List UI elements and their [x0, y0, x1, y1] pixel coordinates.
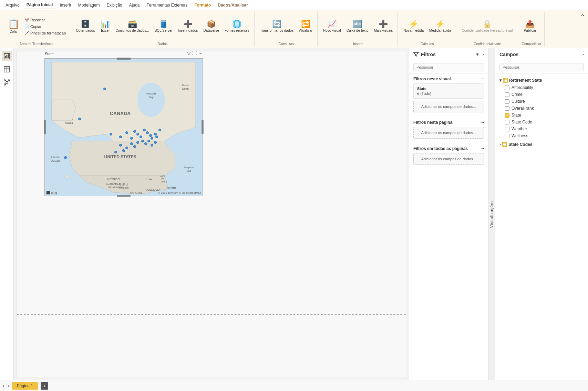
map-svg: Gulf of Mexico Pacific Ocean Hudson Bay … — [45, 59, 203, 196]
campo-culture[interactable]: Culture — [495, 98, 588, 105]
culture-checkbox[interactable] — [505, 99, 509, 104]
campo-state[interactable]: State — [495, 112, 588, 119]
resize-handle-right[interactable] — [202, 120, 204, 134]
affordability-checkbox[interactable] — [505, 86, 509, 90]
filtros-search-input[interactable] — [413, 63, 484, 71]
menu-inserir[interactable]: Inserir — [57, 1, 74, 9]
campo-affordability[interactable]: Affordability — [495, 84, 588, 91]
campos-group-state-codes-header[interactable]: › State Codes — [495, 141, 588, 148]
page-next-btn[interactable]: › — [7, 383, 9, 389]
btn-transformar[interactable]: 🔄 Transformar os dados — [258, 19, 296, 34]
filter-state-card[interactable]: State é (Tudo) — [413, 83, 484, 99]
campos-group-retirement: ▾ Retirement Stats Affordability — [495, 77, 588, 139]
svg-line-13 — [8, 81, 8, 82]
btn-novo-visual[interactable]: 📈 Novo visual — [321, 19, 343, 34]
campos-search-input[interactable] — [499, 63, 584, 71]
campo-wellness[interactable]: Wellness — [495, 132, 588, 139]
resize-handle-left[interactable] — [44, 120, 46, 134]
btn-conjuntos[interactable]: 🗃️ Conjuntos de dados... — [113, 19, 151, 34]
state-code-checkbox[interactable] — [505, 120, 509, 124]
filtros-visual-more[interactable]: ··· — [481, 77, 484, 81]
btn-colar[interactable]: 📋 Colar — [6, 18, 22, 35]
ribbon-collapse-btn[interactable]: ⌃ — [580, 13, 585, 21]
filtros-header-icons: 👁 › — [476, 52, 484, 57]
filter-hide-icon[interactable]: 👁 — [476, 52, 480, 57]
btn-mais-visuais[interactable]: ➕ Mais visuais — [372, 19, 395, 34]
svg-rect-42 — [503, 78, 507, 82]
svg-rect-4 — [4, 67, 10, 72]
report-view-icon[interactable] — [2, 51, 12, 61]
svg-text:UNITED STATES: UNITED STATES — [104, 154, 136, 159]
add-todas-filter-btn[interactable]: Adicionar os campos de dados... — [413, 153, 484, 165]
table-icon-2 — [502, 142, 507, 147]
campos-expand-icon[interactable]: › — [582, 52, 584, 57]
filtros-todas-more[interactable]: ··· — [481, 146, 484, 151]
model-view-icon[interactable] — [2, 77, 12, 88]
menu-formato[interactable]: Formato — [192, 1, 214, 9]
campo-state-code[interactable]: State Code — [495, 119, 588, 126]
svg-text:(U.S.): (U.S.) — [161, 181, 167, 183]
chevron-right-icon: › — [499, 142, 501, 147]
resize-handle-top[interactable] — [117, 58, 131, 60]
filter-toolbar-icon[interactable]: ▽ — [187, 51, 191, 56]
campos-content: ▾ Retirement Stats Affordability — [495, 74, 588, 380]
filter-chevron-icon[interactable]: › — [483, 52, 484, 57]
menu-ajuda[interactable]: Ajuda — [126, 1, 143, 9]
menu-pagina-inicial[interactable]: Página Inicial — [24, 1, 56, 9]
table-view-icon[interactable] — [2, 64, 12, 74]
focus-toolbar-icon[interactable]: ⛶ — [192, 51, 197, 56]
visualizacoes-tab[interactable]: Visualizações — [488, 48, 495, 380]
btn-sql[interactable]: 🛢️ SQL Server — [153, 19, 175, 34]
btn-dataverse[interactable]: 📦 Dataverse — [201, 19, 221, 34]
page-prev-btn[interactable]: ‹ — [3, 383, 4, 389]
btn-obter-dados[interactable]: 🗄️ Obter dados — [74, 19, 97, 34]
btn-publicar[interactable]: 📤 Publicar — [522, 19, 538, 34]
btn-fontes-recentes[interactable]: 🌐 Fontes recentes — [223, 19, 251, 34]
btn-atualizar[interactable]: 🔁 Atualizar — [297, 19, 314, 34]
btn-pincel[interactable]: 🖌️ Pincel de formatação — [23, 30, 67, 36]
svg-text:Ocean: Ocean — [51, 159, 60, 162]
page-tab-1[interactable]: Página 1 — [12, 382, 38, 390]
btn-caixa-texto[interactable]: 🔤 Caixa de texto — [344, 19, 371, 34]
campo-overall-rank[interactable]: Overall rank — [495, 105, 588, 112]
menu-exibicao[interactable]: Exibição — [104, 1, 125, 9]
crime-checkbox[interactable] — [505, 92, 509, 97]
campos-group-retirement-header[interactable]: ▾ Retirement Stats — [495, 77, 588, 84]
btn-nova-medida[interactable]: ⚡ Nova medida — [401, 19, 426, 34]
campos-panel: Campos › ▾ Ret — [495, 48, 588, 380]
menu-dados-analisar[interactable]: Dados/Analisar — [215, 1, 250, 9]
filtros-pagina-more[interactable]: ··· — [481, 120, 484, 125]
clipboard-label: Área de Transferência — [6, 41, 67, 47]
state-checkbox[interactable] — [505, 113, 509, 118]
resize-handle-bottom[interactable] — [117, 195, 131, 197]
map-visual[interactable]: State ▽ ⛶ ··· — [44, 58, 203, 196]
more-toolbar-icon[interactable]: ··· — [198, 51, 203, 56]
campo-weather[interactable]: Weather — [495, 126, 588, 132]
svg-text:Hudson: Hudson — [146, 92, 156, 95]
btn-confidencialidade[interactable]: 🔒 Confidencialidade (versão prévia) — [460, 19, 515, 34]
campo-crime[interactable]: Crime — [495, 91, 588, 98]
menu-modelagem[interactable]: Modelagem — [75, 1, 103, 9]
add-page-btn[interactable]: + — [41, 382, 48, 390]
canvas-area[interactable]: State ▽ ⛶ ··· — [17, 51, 406, 377]
dados-label: Dados — [74, 41, 251, 47]
svg-rect-3 — [8, 54, 9, 58]
svg-text:Gulf of: Gulf of — [119, 183, 128, 186]
wellness-checkbox[interactable] — [505, 134, 509, 138]
menu-arquivo[interactable]: Arquivo — [3, 1, 22, 9]
add-pagina-filter-btn[interactable]: Adicionar os campos de dados... — [413, 127, 484, 139]
weather-checkbox[interactable] — [505, 127, 509, 131]
btn-recortar[interactable]: ✂️ Recortar — [23, 17, 67, 23]
filtros-header: Filtros 👁 › — [409, 48, 488, 61]
campos-header: Campos › — [495, 48, 588, 61]
svg-text:Bay: Bay — [149, 96, 154, 99]
btn-inserir-dados[interactable]: ➕ Inserir dados — [176, 19, 200, 34]
add-visual-filter-btn[interactable]: Adicionar os campos de dados... — [413, 101, 484, 112]
btn-copiar[interactable]: 📄 Copiar — [23, 24, 67, 30]
menu-ferramentas-externas[interactable]: Ferramentas Externas — [144, 1, 190, 9]
btn-medida-rapida[interactable]: ⚡ Medida rápida — [427, 19, 453, 34]
datasets-icon: 🗃️ — [128, 20, 137, 28]
overall-rank-checkbox[interactable] — [505, 106, 509, 111]
btn-excel[interactable]: 📊 Excel — [98, 19, 112, 34]
svg-text:NICARAGUA: NICARAGUA — [108, 186, 123, 189]
